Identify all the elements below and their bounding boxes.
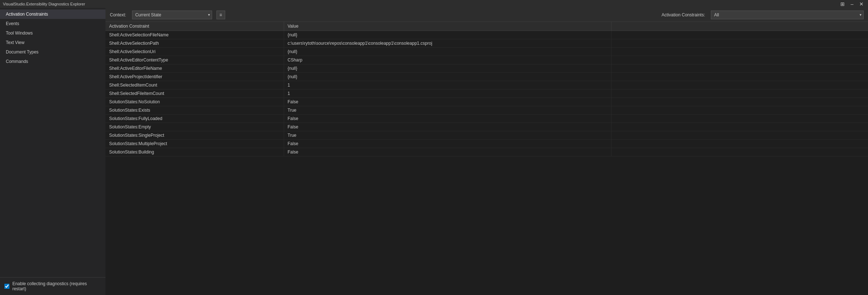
cell-constraint: SolutionStates:MultipleProject	[105, 140, 284, 148]
cell-extra	[611, 115, 868, 123]
activation-constraints-select[interactable]: All	[711, 11, 864, 19]
col-header-constraint: Activation Constraint	[105, 22, 284, 31]
cell-extra	[611, 81, 868, 89]
table-row: Shell:ActiveEditorContentTypeCSharp	[105, 56, 868, 64]
sidebar-item-document-types[interactable]: Document Types	[0, 47, 105, 57]
table-row: SolutionStates:NoSolutionFalse	[105, 98, 868, 106]
cell-extra	[611, 106, 868, 115]
toolbar: Context: Current State ≡ Activation Cons…	[105, 8, 868, 22]
table-row: Shell:SelectedItemCount1	[105, 81, 868, 89]
context-label: Context:	[110, 12, 126, 17]
table-row: Shell:ActiveProjectIdentifier{null}	[105, 73, 868, 81]
cell-extra	[611, 64, 868, 73]
table-row: SolutionStates:BuildingFalse	[105, 148, 868, 156]
context-select[interactable]: Current State	[132, 11, 212, 19]
table-row: Shell:ActiveSelectionUri{null}	[105, 48, 868, 56]
table-row: SolutionStates:ExistsTrue	[105, 106, 868, 115]
table-row: Shell:ActiveEditorFileName{null}	[105, 64, 868, 73]
cell-value: c:\users\rytoth\source\repos\consoleapp1…	[284, 39, 611, 48]
cell-extra	[611, 48, 868, 56]
sidebar: Activation ConstraintsEventsTool Windows…	[0, 8, 105, 295]
context-select-wrapper: Current State	[132, 11, 212, 19]
close-button[interactable]: ✕	[858, 1, 865, 7]
table-row: SolutionStates:MultipleProjectFalse	[105, 140, 868, 148]
cell-value: True	[284, 131, 611, 140]
cell-constraint: Shell:ActiveSelectionFileName	[105, 31, 284, 39]
title-bar-controls: ⊞ – ✕	[839, 1, 865, 7]
content-area: Context: Current State ≡ Activation Cons…	[105, 8, 868, 295]
cell-extra	[611, 39, 868, 48]
cell-constraint: Shell:ActiveProjectIdentifier	[105, 73, 284, 81]
sidebar-item-text-view[interactable]: Text View	[0, 38, 105, 47]
diagnostics-checkbox[interactable]	[4, 284, 9, 289]
cell-value: False	[284, 98, 611, 106]
table-container[interactable]: Activation Constraint Value Shell:Active…	[105, 22, 868, 295]
cell-constraint: SolutionStates:Exists	[105, 106, 284, 115]
cell-constraint: SolutionStates:Building	[105, 148, 284, 156]
diagnostics-label: Enable collecting diagnostics (requires …	[12, 281, 101, 291]
cell-extra	[611, 89, 868, 98]
cell-value: {null}	[284, 64, 611, 73]
data-table: Activation Constraint Value Shell:Active…	[105, 22, 868, 156]
cell-extra	[611, 73, 868, 81]
col-header-extra	[611, 22, 868, 31]
sidebar-footer: Enable collecting diagnostics (requires …	[0, 277, 105, 295]
sidebar-item-activation-constraints[interactable]: Activation Constraints	[0, 9, 105, 19]
cell-value: CSharp	[284, 56, 611, 64]
cell-constraint: Shell:ActiveSelectionPath	[105, 39, 284, 48]
table-row: SolutionStates:FullyLoadedFalse	[105, 115, 868, 123]
toolbar-icon-button[interactable]: ≡	[216, 11, 225, 19]
table-row: Shell:ActiveSelectionFileName{null}	[105, 31, 868, 39]
activation-constraints-select-wrapper: All	[711, 11, 864, 19]
list-icon: ≡	[219, 12, 222, 17]
cell-constraint: Shell:SelectedFileItemCount	[105, 89, 284, 98]
table-row: Shell:ActiveSelectionPathc:\users\rytoth…	[105, 39, 868, 48]
sidebar-item-events[interactable]: Events	[0, 19, 105, 28]
cell-extra	[611, 56, 868, 64]
cell-constraint: SolutionStates:Empty	[105, 123, 284, 131]
cell-value: False	[284, 148, 611, 156]
cell-value: False	[284, 140, 611, 148]
col-header-value: Value	[284, 22, 611, 31]
cell-extra	[611, 123, 868, 131]
cell-value: {null}	[284, 31, 611, 39]
cell-extra	[611, 131, 868, 140]
cell-constraint: Shell:ActiveSelectionUri	[105, 48, 284, 56]
minimize-button[interactable]: –	[849, 1, 855, 7]
sidebar-nav: Activation ConstraintsEventsTool Windows…	[0, 8, 105, 277]
pin-button[interactable]: ⊞	[839, 1, 846, 7]
cell-extra	[611, 98, 868, 106]
cell-extra	[611, 140, 868, 148]
table-row: Shell:SelectedFileItemCount1	[105, 89, 868, 98]
cell-value: {null}	[284, 73, 611, 81]
cell-constraint: Shell:ActiveEditorFileName	[105, 64, 284, 73]
table-row: SolutionStates:EmptyFalse	[105, 123, 868, 131]
table-row: SolutionStates:SingleProjectTrue	[105, 131, 868, 140]
app-title: VisualStudio.Extensibility Diagnostics E…	[3, 2, 85, 6]
table-header-row: Activation Constraint Value	[105, 22, 868, 31]
title-bar: VisualStudio.Extensibility Diagnostics E…	[0, 0, 868, 8]
cell-value: False	[284, 115, 611, 123]
cell-constraint: SolutionStates:SingleProject	[105, 131, 284, 140]
cell-constraint: SolutionStates:FullyLoaded	[105, 115, 284, 123]
cell-constraint: Shell:ActiveEditorContentType	[105, 56, 284, 64]
cell-value: False	[284, 123, 611, 131]
sidebar-item-tool-windows[interactable]: Tool Windows	[0, 28, 105, 38]
cell-constraint: Shell:SelectedItemCount	[105, 81, 284, 89]
cell-value: True	[284, 106, 611, 115]
main-layout: Activation ConstraintsEventsTool Windows…	[0, 8, 868, 295]
cell-extra	[611, 31, 868, 39]
cell-value: 1	[284, 81, 611, 89]
activation-constraints-label: Activation Constraints:	[662, 12, 705, 17]
cell-value: 1	[284, 89, 611, 98]
cell-extra	[611, 148, 868, 156]
sidebar-item-commands[interactable]: Commands	[0, 57, 105, 66]
table-body: Shell:ActiveSelectionFileName{null}Shell…	[105, 31, 868, 156]
cell-constraint: SolutionStates:NoSolution	[105, 98, 284, 106]
cell-value: {null}	[284, 48, 611, 56]
